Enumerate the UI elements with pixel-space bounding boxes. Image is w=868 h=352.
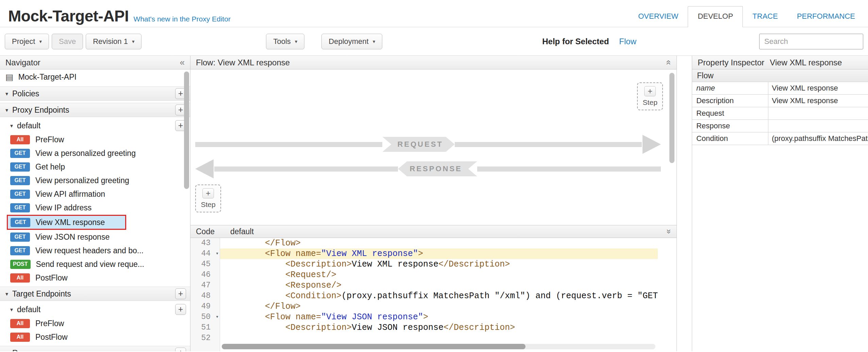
nav-section-label: Resources — [12, 349, 50, 352]
code-line-text: <Flow name="View XML response"> — [220, 249, 658, 259]
nav-item-view-api-affirmation[interactable]: GETView API affirmation — [0, 187, 190, 201]
search-input[interactable] — [759, 34, 863, 49]
caret-down-icon[interactable]: ▾ — [10, 306, 13, 313]
nav-root-mock-target-api[interactable]: ▤Mock-Target-API — [0, 69, 190, 84]
code-segment-tag: </Flow> — [224, 302, 301, 311]
document-icon: ▤ — [5, 72, 14, 82]
property-label: Response — [692, 120, 768, 132]
nav-item-view-a-personalized-greeting[interactable]: GETView a personalized greeting — [0, 146, 190, 160]
code-line-43[interactable]: 43 </Flow> — [190, 238, 677, 249]
caret-down-icon[interactable]: ▾ — [5, 91, 8, 97]
revision-button-label: Revision 1 — [93, 37, 128, 46]
code-line-text: <Description>View JSON response</Descrip… — [220, 322, 658, 333]
code-line-45[interactable]: 45 <Description>View XML response</Descr… — [190, 259, 677, 270]
nav-item-preflow[interactable]: AllPreFlow — [0, 133, 190, 146]
code-line-49[interactable]: 49 </Flow> — [190, 301, 677, 312]
nav-section-resources[interactable]: ▾Resources+ — [0, 346, 190, 351]
nav-section-default[interactable]: ▾default+ — [0, 302, 190, 317]
response-label: RESPONSE — [398, 161, 477, 176]
code-segment-str: "View XML response" — [321, 249, 418, 259]
flow-scrollbar[interactable] — [669, 73, 674, 163]
plus-icon: + — [202, 188, 214, 198]
property-value[interactable] — [768, 120, 868, 132]
revision-button[interactable]: Revision 1 ▾ — [86, 34, 141, 49]
verb-badge: All — [10, 319, 30, 328]
nav-section-target-endpoints[interactable]: ▾Target Endpoints+ — [0, 287, 190, 301]
nav-item-view-personalized-greeting[interactable]: GETView personalized greeting — [0, 174, 190, 187]
code-line-47[interactable]: 47 <Response/> — [190, 280, 677, 291]
nav-section-proxy-endpoints[interactable]: ▾Proxy Endpoints+ — [0, 103, 190, 117]
nav-item-preflow[interactable]: AllPreFlow — [0, 317, 190, 330]
property-value[interactable]: View XML response — [768, 82, 868, 94]
line-number: 44▾ — [190, 249, 220, 259]
code-segment-tag: <Request/> — [224, 270, 336, 280]
add-step-button-bottom[interactable]: + Step — [195, 185, 221, 212]
nav-item-view-ip-address[interactable]: GETView IP address — [0, 201, 190, 214]
nav-section-policies[interactable]: ▾Policies+ — [0, 86, 190, 101]
nav-item-postflow[interactable]: AllPostFlow — [0, 330, 190, 344]
nav-item-view-request-headers-and-bo[interactable]: GETView request headers and bo... — [0, 244, 190, 257]
selected-flow-highlight: GETView XML response — [7, 215, 126, 230]
property-value[interactable]: (proxy.pathsuffix MatchesPath "/xml") an… — [768, 132, 868, 145]
collapse-down-icon[interactable]: » — [664, 229, 674, 234]
code-line-51[interactable]: 51 <Description>View JSON response</Desc… — [190, 322, 677, 333]
nav-section-default[interactable]: ▾default+ — [0, 118, 190, 133]
nav-item-label: View request headers and bo... — [35, 246, 144, 255]
request-bar — [455, 142, 642, 147]
caret-down-icon[interactable]: ▾ — [5, 107, 8, 113]
code-line-text: <Condition>(proxy.pathsuffix MatchesPath… — [220, 291, 658, 301]
caret-down-icon[interactable]: ▾ — [5, 291, 8, 297]
code-horizontal-scrollbar[interactable] — [222, 344, 655, 349]
code-tab-default[interactable]: default — [230, 227, 254, 236]
code-segment-tag: > — [418, 249, 423, 259]
tools-button-label: Tools — [273, 37, 290, 46]
save-button[interactable]: Save — [52, 34, 83, 49]
tab-trace[interactable]: TRACE — [743, 6, 787, 27]
add-step-button-top[interactable]: + Step — [637, 82, 663, 110]
code-editor[interactable]: 43 </Flow>44▾ <Flow name="View XML respo… — [190, 238, 677, 351]
line-number: 47 — [190, 280, 220, 291]
code-line-48[interactable]: 48 <Condition>(proxy.pathsuffix MatchesP… — [190, 291, 677, 301]
collapse-navigator-icon[interactable]: « — [180, 57, 185, 68]
add-default-button[interactable]: + — [175, 304, 186, 315]
main-area: Navigator « ▤Mock-Target-API▾Policies+▾P… — [0, 56, 868, 351]
property-value[interactable]: View XML response — [768, 95, 868, 107]
collapse-up-icon[interactable]: « — [663, 60, 674, 65]
deployment-button[interactable]: Deployment ▾ — [321, 34, 382, 49]
tab-performance[interactable]: PERFORMANCE — [787, 6, 865, 27]
navigator-scrollbar[interactable] — [184, 71, 189, 189]
tools-button[interactable]: Tools ▾ — [266, 34, 304, 49]
flow-editor-panel: Flow: View XML response « + Step REQUEST — [190, 56, 677, 351]
code-line-text: </Flow> — [220, 238, 658, 249]
nav-item-postflow[interactable]: AllPostFlow — [0, 271, 190, 285]
property-label: Condition — [692, 132, 768, 145]
tab-overview[interactable]: OVERVIEW — [629, 6, 688, 27]
property-value[interactable] — [768, 107, 868, 119]
line-number: 49 — [190, 301, 220, 312]
code-line-46[interactable]: 46 <Request/> — [190, 270, 677, 280]
tab-develop[interactable]: DEVELOP — [688, 6, 743, 27]
caret-down-icon[interactable]: ▾ — [5, 350, 8, 352]
code-lines: 43 </Flow>44▾ <Flow name="View XML respo… — [190, 238, 677, 343]
nav-item-view-xml-response[interactable]: GETView XML response — [0, 214, 190, 230]
code-line-52[interactable]: 52 — [190, 333, 677, 343]
code-horizontal-scrollbar-thumb[interactable] — [222, 344, 525, 349]
code-line-44[interactable]: 44▾ <Flow name="View XML response"> — [190, 249, 677, 259]
fold-caret-icon[interactable]: ▾ — [216, 312, 219, 322]
add-target-endpoints-button[interactable]: + — [175, 288, 186, 299]
verb-badge: All — [10, 333, 30, 342]
code-line-50[interactable]: 50▾ <Flow name="View JSON response"> — [190, 312, 677, 322]
response-bar — [214, 166, 398, 172]
nav-item-send-request-and-view-reque[interactable]: POSTSend request and view reque... — [0, 257, 190, 271]
whats-new-link[interactable]: What's new in the Proxy Editor — [134, 15, 231, 23]
help-flow-link[interactable]: Flow — [619, 37, 636, 46]
nav-section-label: default — [17, 121, 40, 130]
property-row-description: DescriptionView XML response — [692, 95, 868, 107]
nav-item-view-json-response[interactable]: GETView JSON response — [0, 230, 190, 244]
add-resources-button[interactable]: + — [175, 348, 186, 351]
nav-item-get-help[interactable]: GETGet help — [0, 160, 190, 174]
project-button[interactable]: Project ▾ — [5, 34, 49, 49]
caret-down-icon[interactable]: ▾ — [10, 123, 13, 129]
fold-caret-icon[interactable]: ▾ — [216, 249, 219, 259]
property-row-response: Response — [692, 120, 868, 132]
